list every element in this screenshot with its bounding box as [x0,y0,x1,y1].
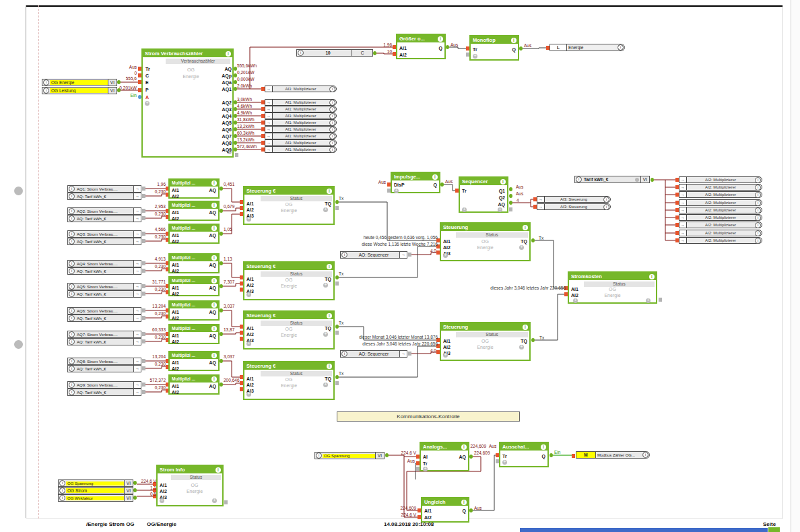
plus-icon[interactable]: + [323,207,328,212]
i-badge[interactable]: i [43,79,49,86]
plus-icon[interactable]: + [246,392,251,397]
i-badge[interactable]: i [69,339,75,345]
ref-const-10[interactable]: i 10 C [296,49,373,57]
info-icon[interactable]: i [541,444,546,450]
capsule[interactable]: → AI1: Multiplizierer i [265,99,337,106]
i-badge[interactable]: i [755,185,761,191]
ref-source-tarif[interactable]: i AQ: Tarif kWh_€ → [67,238,141,245]
ref-ai2-multiplizierer[interactable]: → AI2: Multiplizierer i [675,222,763,228]
i-badge[interactable]: i [329,127,335,133]
output-nub[interactable] [220,359,223,363]
ref-source-tarif[interactable]: i AQ: Tarif kWh_€ → [67,193,141,200]
ref-source-aq[interactable]: i AQ2: Strom Verbrau.... → [67,207,141,215]
plus-icon[interactable]: + [160,498,164,503]
i-badge[interactable]: i [329,86,335,92]
output-nub[interactable] [519,46,523,51]
capsule[interactable]: → AI2: Multiplizierer i [679,230,762,236]
info-icon[interactable]: i [511,38,516,43]
output-nub[interactable] [220,383,223,387]
ref-ai2-multiplizierer[interactable]: → AI2: Multiplizierer i [675,184,763,191]
ref-ai3-steuerung[interactable]: → AI3: Steuerung i [533,196,611,203]
i-badge[interactable]: i [69,382,75,388]
ref-og-leistung[interactable]: i OG Leistung VI [42,87,117,94]
input-nub[interactable] [138,73,141,77]
i-badge[interactable]: i [69,389,75,395]
ref-source-aq[interactable]: i AQ5: Strom Verbrau.... → [67,283,141,290]
info-icon[interactable]: i [211,326,217,331]
ref-source-aq[interactable]: i AQ3: Strom Verbrau.... → [67,230,141,238]
input-nub[interactable] [138,88,141,92]
output-nub[interactable] [142,292,145,296]
multiplizierer-block[interactable]: Multiplizi ...i AI1 AI2 AQ [168,201,220,221]
diagram-canvas[interactable]: Strom Verbrauchszähleri Verbrauchszähler… [0,0,800,532]
multiplizierer-block[interactable]: Multiplizi ...i AI1 AI2 AQ [168,276,220,296]
input-nub[interactable] [138,67,141,71]
output-nub[interactable] [408,253,411,257]
capsule[interactable]: → AI1: Multiplizierer i [265,146,337,153]
capsule[interactable]: → AI1: Multiplizierer i [265,112,337,119]
plus-icon[interactable]: + [394,189,399,193]
plus-icon[interactable]: + [462,207,467,212]
capsule[interactable]: → AI2: Multiplizierer i [679,199,762,206]
ref-modbus-zaehler[interactable]: M Modbus Zähler OG... i [576,451,650,459]
steuerung-eur-block[interactable]: Steuerung €i Status OG Energie AI1 AI2 A… [243,310,335,350]
ref-ai3-steuerung[interactable]: → AI3: Steuerung i [533,203,611,210]
output-nub[interactable] [416,467,420,471]
capsule[interactable]: → AI1: Multiplizierer i [265,86,337,92]
multiplizierer-block[interactable]: Multiplizi ...i AI1 AI2 AQ [168,300,220,321]
plus-icon[interactable]: + [423,467,428,471]
i-badge[interactable]: i [69,315,75,321]
output-nub[interactable] [469,508,473,512]
plus-icon[interactable]: + [443,353,448,358]
steuerung-eur-block[interactable]: Steuerung €i Status OG Energie AI1 AI2 A… [243,261,335,300]
ref-ai1-multiplizierer[interactable]: → AI1: Multiplizierer i [261,86,337,92]
impulsgeber-block[interactable]: Impulsge...i DisP Q + [391,172,440,193]
ref-ai2-multiplizierer[interactable]: → AI2: Multiplizierer i [675,237,763,244]
output-nub[interactable] [142,390,145,394]
steuerung-low-block[interactable]: Steuerungi Status OG Energie AI1 AI2 AI3… [440,322,531,361]
capsule[interactable]: → AI3: Steuerung i [537,203,611,210]
plus-icon[interactable]: + [646,298,651,303]
info-icon[interactable]: i [500,179,506,185]
ref-source-aq[interactable]: i AQ6: Strom Verbrau.... → [67,307,141,314]
ref-og-wirkfaktor[interactable]: i OG Wirkfaktor VI [58,494,133,502]
info-icon[interactable]: i [226,51,231,57]
ref-og-strom[interactable]: i OG Strom VI [58,487,133,494]
monoflop-block[interactable]: Monoflopi Tr Q + [469,35,519,61]
analogschalter-block[interactable]: Analogs...i AI Tr AQ + [420,442,469,471]
i-badge[interactable]: i [576,176,582,182]
ref-ai2-multiplizierer[interactable]: → AI2: Multiplizierer i [675,230,763,236]
info-icon[interactable]: i [438,36,443,42]
capsule[interactable]: → AI1: Multiplizierer i [265,106,337,112]
i-badge[interactable]: i [69,186,75,192]
i-badge[interactable]: i [329,140,335,146]
ref-og-spannung[interactable]: i OG Spannung VI [58,479,133,487]
ref-source-tarif[interactable]: i AQ: Tarif kWh_€ → [67,338,141,345]
ref-ai2-multiplizierer[interactable]: → AI2: Multiplizierer i [675,199,763,206]
i-badge[interactable]: i [329,106,335,112]
capsule[interactable]: → AI2: Multiplizierer i [679,214,762,221]
output-nub[interactable] [440,182,444,187]
capsule[interactable]: → AI1: Multiplizierer i [265,139,337,146]
i-badge[interactable]: i [329,133,335,139]
output-nub[interactable] [531,338,535,342]
output-nub[interactable] [408,352,411,356]
i-badge[interactable]: i [69,308,75,314]
i-badge[interactable]: i [69,193,75,199]
ref-source-tarif[interactable]: i AQ: Tarif kWh_€ → [67,365,141,372]
i-badge[interactable]: i [755,192,761,198]
output-nub[interactable] [509,201,512,205]
output-nub[interactable] [659,298,662,302]
i-badge[interactable]: i [329,120,335,126]
plus-icon[interactable]: + [443,253,448,258]
capsule[interactable]: → AI2: Multiplizierer i [679,237,762,244]
output-nub[interactable] [651,178,654,182]
ref-source-aq[interactable]: i AQ9: Strom Verbrau.... → [67,381,141,389]
i-badge[interactable]: i [69,215,75,222]
output-nub[interactable] [224,500,228,504]
komm-kontrolle-note[interactable]: Kommunikations-Kontrolle [337,411,520,422]
capsule[interactable]: → AI2: Multiplizierer i [679,191,762,198]
ref-source-aq[interactable]: i AQ8: Strom Verbrau.... → [67,358,141,365]
i-badge[interactable]: i [341,252,347,258]
ref-ai1-multiplizierer[interactable]: → AI1: Multiplizierer i [261,112,337,119]
